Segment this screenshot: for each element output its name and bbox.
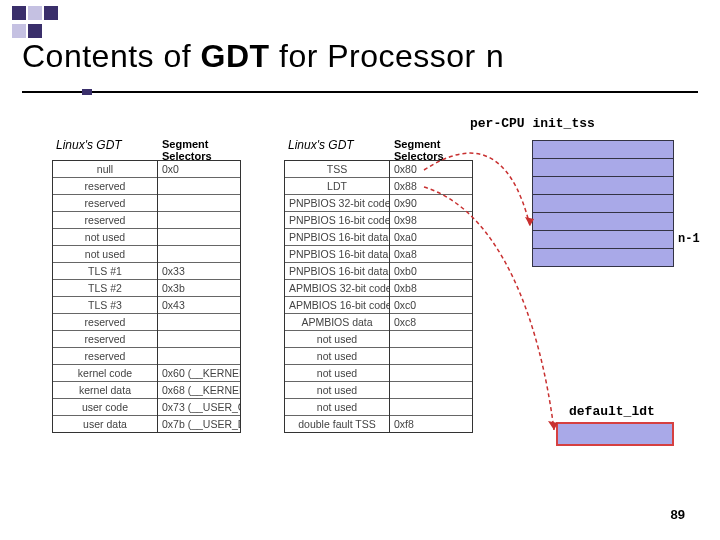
table-cell: kernel data (53, 382, 157, 399)
table-cell (158, 229, 240, 246)
table-cell: 0x98 (390, 212, 472, 229)
table-cell: TLS #3 (53, 297, 157, 314)
percpu-label: per-CPU init_tss (470, 116, 595, 131)
table-cell: 0xa0 (390, 229, 472, 246)
title-mid: for Processor (270, 38, 486, 74)
table-cell: 0x73 (__USER_CS) (158, 399, 240, 416)
table-cell: user data (53, 416, 157, 432)
title-underline (22, 91, 698, 93)
table-cell: user code (53, 399, 157, 416)
table-cell: 0x7b (__USER_DS) (158, 416, 240, 432)
table-cell: APMBIOS 32-bit code (285, 280, 389, 297)
gdt-table-right: Linux's GDT Segment Selectors TSSLDTPNPB… (284, 160, 473, 433)
table-cell: APMBIOS 16-bit code (285, 297, 389, 314)
table-cell: reserved (53, 212, 157, 229)
table-cell: 0x68 (__KERNEL_DS) (158, 382, 240, 399)
gdt-left-header-linux: Linux's GDT (56, 138, 122, 152)
init-tss-row (533, 249, 673, 266)
table-cell: double fault TSS (285, 416, 389, 432)
table-cell: LDT (285, 178, 389, 195)
table-cell: 0x80 (390, 161, 472, 178)
table-cell: PNPBIOS 16-bit data (285, 229, 389, 246)
table-cell: 0xa8 (390, 246, 472, 263)
table-cell (390, 331, 472, 348)
table-cell (158, 314, 240, 331)
table-cell (158, 348, 240, 365)
table-cell: PNPBIOS 32-bit code (285, 195, 389, 212)
init-tss-row (533, 231, 673, 249)
table-cell: reserved (53, 195, 157, 212)
gdt-right-sel-col: 0x800x880x900x980xa00xa80xb00xb80xc00xc8… (390, 160, 473, 433)
gdt-left-sel-col: 0x00x330x3b0x430x60 (__KERNEL_CS)0x68 (_… (158, 160, 241, 433)
table-cell: TLS #1 (53, 263, 157, 280)
table-cell: not used (285, 365, 389, 382)
table-cell (158, 331, 240, 348)
default-ldt-box (556, 422, 674, 446)
gdt-right-header-linux: Linux's GDT (288, 138, 354, 152)
table-cell: reserved (53, 348, 157, 365)
table-cell: not used (285, 382, 389, 399)
slide-number: 89 (671, 507, 685, 522)
gdt-left-desc-col: nullreservedreservedreservednot usednot … (52, 160, 158, 433)
table-cell: PNPBIOS 16-bit data (285, 263, 389, 280)
table-cell: reserved (53, 178, 157, 195)
gdt-right-desc-col: TSSLDTPNPBIOS 32-bit codePNPBIOS 16-bit … (284, 160, 390, 433)
table-cell: 0xc8 (390, 314, 472, 331)
table-cell (390, 382, 472, 399)
title-n: n (485, 40, 505, 77)
init-tss-row (533, 177, 673, 195)
table-cell: APMBIOS data (285, 314, 389, 331)
table-cell (158, 195, 240, 212)
table-cell: 0xb0 (390, 263, 472, 280)
table-cell (158, 178, 240, 195)
table-cell: not used (53, 229, 157, 246)
table-cell: not used (285, 348, 389, 365)
table-cell (390, 365, 472, 382)
init-tss-row (533, 195, 673, 213)
table-cell (390, 348, 472, 365)
table-cell: 0x43 (158, 297, 240, 314)
table-cell: 0xc0 (390, 297, 472, 314)
table-cell: 0x88 (390, 178, 472, 195)
table-cell: not used (53, 246, 157, 263)
table-cell: null (53, 161, 157, 178)
table-cell: 0xb8 (390, 280, 472, 297)
default-ldt-label: default_ldt (569, 404, 655, 419)
table-cell: TLS #2 (53, 280, 157, 297)
table-cell: 0x3b (158, 280, 240, 297)
gdt-table-left: Linux's GDT Segment Selectors nullreserv… (52, 160, 241, 433)
table-cell: not used (285, 399, 389, 416)
table-cell (390, 399, 472, 416)
title-gdt: GDT (201, 38, 270, 74)
table-cell: 0xf8 (390, 416, 472, 432)
title-prefix: Contents of (22, 38, 201, 74)
table-cell: PNPBIOS 16-bit code (285, 212, 389, 229)
init-tss-array (532, 140, 674, 267)
table-cell: reserved (53, 314, 157, 331)
table-cell: 0x0 (158, 161, 240, 178)
init-tss-row (533, 159, 673, 177)
table-cell (158, 212, 240, 229)
table-cell: 0x33 (158, 263, 240, 280)
n-minus-1-label: n-1 (678, 232, 700, 246)
table-cell: not used (285, 331, 389, 348)
table-cell: 0x60 (__KERNEL_CS) (158, 365, 240, 382)
table-cell: PNPBIOS 16-bit data (285, 246, 389, 263)
gdt-left-header-seg: Segment Selectors (162, 138, 241, 162)
init-tss-row (533, 213, 673, 231)
table-cell: 0x90 (390, 195, 472, 212)
table-cell: kernel code (53, 365, 157, 382)
table-cell: reserved (53, 331, 157, 348)
init-tss-row (533, 141, 673, 159)
corner-decoration (12, 6, 60, 42)
slide-title: Contents of GDT for Processor n (0, 0, 720, 87)
table-cell (158, 246, 240, 263)
gdt-right-header-seg: Segment Selectors (394, 138, 473, 162)
table-cell: TSS (285, 161, 389, 178)
